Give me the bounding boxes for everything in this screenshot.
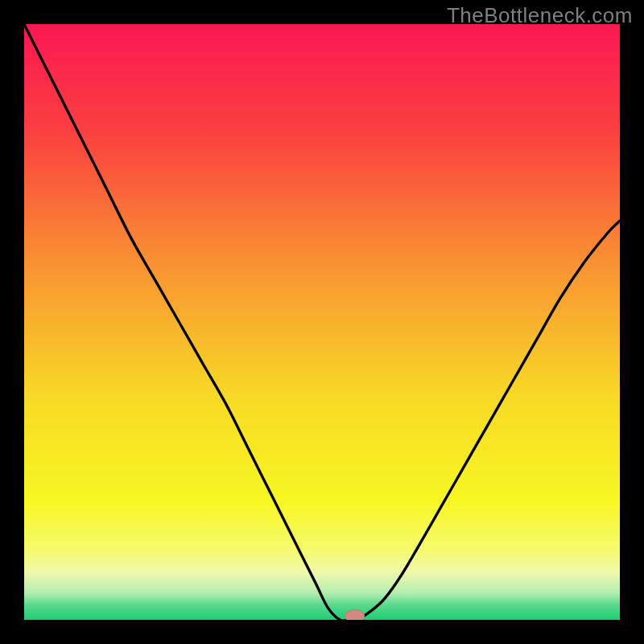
watermark-text: TheBottleneck.com (447, 3, 633, 28)
gradient-background (24, 24, 620, 620)
chart-frame: TheBottleneck.com (0, 0, 644, 644)
bottleneck-chart (24, 24, 620, 620)
optimal-point-marker (345, 609, 365, 620)
plot-area (24, 24, 620, 620)
